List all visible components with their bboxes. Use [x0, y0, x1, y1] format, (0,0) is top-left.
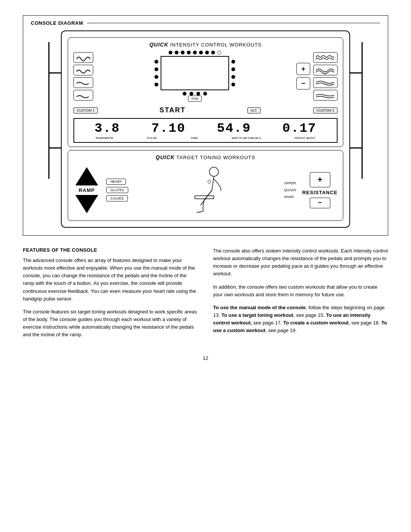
intensity-controls-row: FAN + − — [73, 51, 338, 102]
bot-dot-2 — [190, 92, 193, 96]
muscle-buttons-left: HEART GLUTES CALVES — [106, 179, 128, 201]
bold-target-toning: To use a target toning workout — [221, 312, 293, 318]
upper-label: UPPER — [284, 181, 296, 185]
left-side-panel — [48, 30, 61, 179]
right-wave-btn-2[interactable] — [313, 65, 338, 75]
toning-controls-row: RAMP HEART GLUTES CALVES — [73, 163, 338, 217]
right-wave-btn-4[interactable] — [313, 90, 338, 101]
display-num-4: 0.17 — [282, 121, 317, 136]
quads-label: QUADS — [284, 188, 296, 192]
dot-1 — [169, 51, 172, 54]
dot-4 — [187, 51, 191, 54]
label-ramp-rpm: RAMP●RPM — [96, 136, 113, 140]
console-diagram-section: CONSOLE DIAGRAM QUICK INTENSITY CONTROL … — [23, 15, 388, 236]
ramp-up-button[interactable] — [73, 167, 100, 186]
plus-button[interactable]: + — [296, 63, 310, 75]
resistance-plus-button[interactable]: + — [310, 172, 330, 187]
ramp-down-button[interactable] — [73, 195, 100, 214]
toning-section-title: QUICK TARGET TONING WORKOUTS — [73, 154, 338, 160]
quick-italic-intensity: QUICK — [149, 42, 168, 48]
calves-button[interactable]: CALVES — [106, 195, 128, 201]
right-wave-buttons — [313, 52, 338, 101]
display-num-3: 54.9 — [217, 121, 251, 136]
ramp-label: RAMP — [79, 187, 95, 193]
left-bracket — [49, 72, 61, 149]
right-side-line — [362, 42, 363, 179]
right-dot-2 — [231, 67, 235, 71]
toning-title-rest: TARGET TONING WORKOUTS — [175, 155, 255, 160]
numeric-display: 3.8 7.10 54.9 0.17 RAMP●RPM PULSE TIME W… — [73, 118, 338, 143]
dot-hollow-1 — [217, 51, 221, 54]
heart-button[interactable]: HEART — [106, 179, 126, 185]
svg-point-0 — [209, 167, 218, 176]
left-text-column: FEATURES OF THE CONSOLE The advanced con… — [23, 247, 198, 344]
svg-rect-1 — [195, 196, 214, 199]
bottom-dots-fan — [183, 92, 207, 96]
label-resist: RESIST ●DIST — [295, 136, 315, 140]
center-display-area: FAN — [96, 51, 293, 102]
bold-create-custom: To create a custom workout — [283, 320, 349, 326]
right-para-3: To use the manual mode of the console, f… — [213, 304, 388, 335]
fan-button[interactable]: FAN — [188, 96, 202, 102]
diagram-title-text: CONSOLE DIAGRAM — [31, 20, 83, 26]
display-labels-row: RAMP●RPM PULSE TIME WATTS METS●CALS RESI… — [79, 136, 332, 140]
display-num-1: 3.8 — [94, 121, 120, 136]
label-watts: WATTS METS●CALS — [232, 136, 261, 140]
start-button[interactable]: START — [150, 105, 195, 116]
hams-label: HAMS — [284, 195, 294, 199]
label-time: TIME — [191, 136, 198, 140]
wave-btn-1[interactable] — [73, 52, 93, 63]
dot-8 — [211, 51, 215, 54]
display-numbers-row: 3.8 7.10 54.9 0.17 — [79, 121, 332, 136]
features-title: FEATURES OF THE CONSOLE — [23, 247, 198, 253]
alt-button[interactable]: ALT. — [247, 107, 261, 113]
label-pulse: PULSE — [147, 136, 157, 140]
right-bracket — [350, 72, 362, 149]
page-number: 12 — [23, 355, 388, 361]
ramp-control: RAMP — [73, 167, 100, 214]
right-wave-btn-3[interactable] — [313, 77, 338, 88]
console-body: QUICK INTENSITY CONTROL WORKOUTS — [61, 30, 350, 228]
dot-6 — [199, 51, 203, 54]
console-diagram-title: CONSOLE DIAGRAM — [31, 20, 380, 26]
right-para-2: In addition, the console offers two cust… — [213, 283, 388, 299]
custom2-button[interactable]: CUSTOM 2 — [313, 107, 338, 113]
features-para-2: The console features six target toning w… — [23, 308, 198, 339]
dot-3 — [181, 51, 185, 54]
wave-btn-3[interactable] — [73, 77, 93, 88]
display-num-2: 7.10 — [151, 121, 186, 136]
resistance-label: RESISTANCE — [302, 190, 338, 195]
ramp-down-triangle — [75, 195, 98, 213]
features-section: FEATURES OF THE CONSOLE The advanced con… — [23, 247, 388, 344]
right-wave-btn-1[interactable] — [313, 52, 338, 63]
right-dot-1 — [231, 60, 235, 64]
wave-btn-4[interactable] — [73, 90, 93, 101]
left-wave-buttons — [73, 52, 93, 101]
lower-console: QUICK TARGET TONING WORKOUTS RAMP — [68, 150, 343, 221]
resistance-control: + RESISTANCE − — [302, 172, 338, 208]
quick-italic-toning: QUICK — [156, 154, 175, 160]
right-text-column: The console also offers sixteen intensit… — [213, 247, 388, 344]
right-side-panel — [350, 30, 363, 179]
features-para-1: The advanced console offers an array of … — [23, 257, 198, 303]
custom1-button[interactable]: CUSTOM 1 — [73, 107, 98, 113]
intensity-title-rest: INTENSITY CONTROL WORKOUTS — [169, 42, 262, 48]
left-dot-3 — [155, 75, 158, 79]
ramp-up-triangle — [75, 167, 98, 185]
glutes-button[interactable]: GLUTES — [106, 187, 128, 193]
right-dot-4 — [231, 83, 235, 86]
wave-btn-2[interactable] — [73, 65, 93, 75]
bot-dot-1 — [183, 92, 186, 96]
muscle-labels-right: UPPER QUADS HAMS — [284, 181, 296, 199]
minus-button[interactable]: − — [296, 77, 310, 89]
screen-with-dots — [155, 56, 235, 90]
bold-manual-mode: To use the manual mode of the console — [213, 305, 306, 310]
left-dot-4 — [155, 83, 158, 86]
right-para-1: The console also offers sixteen intensit… — [213, 247, 388, 278]
bot-dot-4 — [203, 92, 207, 96]
display-screen — [161, 56, 229, 90]
left-dot-2 — [155, 67, 158, 71]
left-dot-1 — [155, 60, 158, 64]
bottom-control-row: CUSTOM 1 START ALT. CUSTOM 2 — [73, 105, 338, 116]
resistance-minus-button[interactable]: − — [310, 198, 330, 208]
